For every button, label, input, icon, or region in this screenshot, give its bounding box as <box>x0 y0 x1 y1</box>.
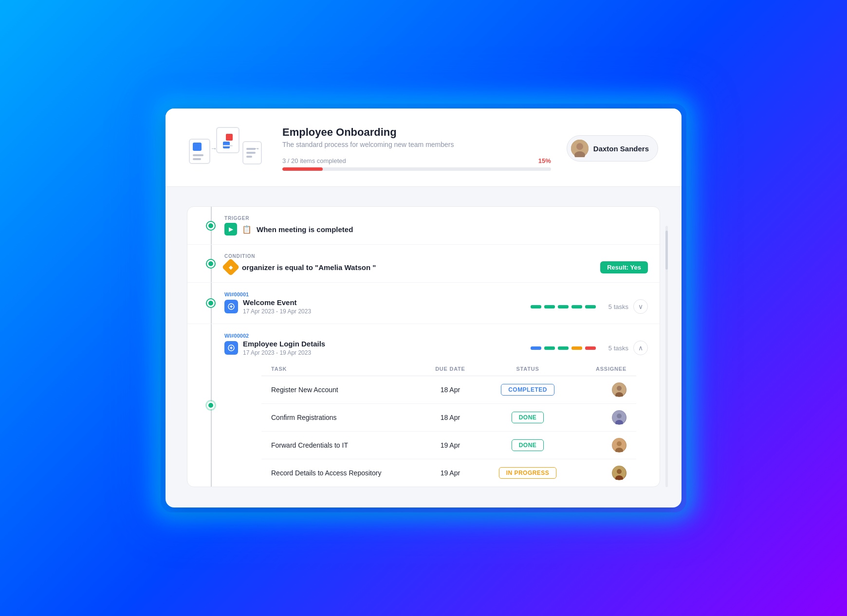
chevron-up-icon: ∧ <box>638 344 643 352</box>
status-badge-inprogress: IN PROGRESS <box>499 467 557 479</box>
doc-center <box>216 127 239 153</box>
task-assignee-4 <box>575 459 636 487</box>
chevron-down-icon: ∨ <box>638 303 643 310</box>
svg-point-12 <box>617 441 622 446</box>
assignee-avatar-4 <box>612 466 626 480</box>
assignee-avatar-1 <box>612 382 626 397</box>
wi2-right: 5 tasks ∧ <box>531 341 648 355</box>
timeline: TRIGGER ▶ 📋 When meeting is completed CO… <box>187 207 660 487</box>
bar-2 <box>544 305 555 308</box>
wi1-number: WI#00001 <box>224 291 648 297</box>
wi1-item: WI#00001 Welcome Event 17 Apr 2023 - 19 … <box>187 283 660 324</box>
task-assignee-2 <box>575 404 636 432</box>
trigger-row: ▶ 📋 When meeting is completed <box>224 223 648 236</box>
assignee-avatar-2 <box>612 410 626 425</box>
task-name-2: Confirm Registrations <box>261 404 420 432</box>
task-due-1: 18 Apr <box>420 376 480 404</box>
wi1-icon <box>224 300 238 313</box>
wi2-row: Employee Login Details 17 Apr 2023 - 19 … <box>224 340 648 356</box>
workflow-illustration: → → <box>189 124 267 173</box>
task-due-4: 19 Apr <box>420 459 480 487</box>
svg-point-1 <box>576 143 583 150</box>
progress-label: 3 / 20 items completed <box>282 157 346 164</box>
wi2-tasks-count: 5 tasks <box>608 344 628 352</box>
task-name-1: Register New Account <box>261 376 420 404</box>
avatar <box>571 140 589 157</box>
progress-percentage: 15% <box>538 157 551 164</box>
progress-bar <box>282 167 551 171</box>
bar-5 <box>585 305 596 308</box>
trigger-name: When meeting is completed <box>257 225 353 234</box>
condition-icon: ◆ <box>222 258 240 276</box>
scrollbar[interactable] <box>665 226 668 487</box>
workflow-section: TRIGGER ▶ 📋 When meeting is completed CO… <box>166 187 681 497</box>
svg-point-9 <box>617 414 622 418</box>
tasks-table-container: TASK DUE DATE STATUS ASSIGNEE Register N… <box>224 362 648 487</box>
col-status: STATUS <box>480 362 575 376</box>
wi2-collapse-button[interactable]: ∧ <box>633 341 648 355</box>
bar-b2 <box>544 346 555 350</box>
svg-point-15 <box>617 469 622 474</box>
wi2-icon <box>224 341 238 355</box>
page-title: Employee Onboarding <box>282 126 551 139</box>
condition-label: CONDITION <box>224 254 648 259</box>
wi1-tasks-count: 5 tasks <box>608 303 628 310</box>
wi2-dot <box>207 401 215 409</box>
trigger-icon: ▶ <box>224 223 237 236</box>
table-row: Confirm Registrations 18 Apr DONE <box>261 404 636 432</box>
status-badge-completed: COMPLETED <box>501 384 554 396</box>
user-badge[interactable]: Daxton Sanders <box>567 135 658 162</box>
task-due-2: 18 Apr <box>420 404 480 432</box>
doc-left <box>189 139 210 164</box>
wi2-name: Employee Login Details <box>243 340 325 348</box>
table-row: Record Details to Access Repository 19 A… <box>261 459 636 487</box>
task-name-4: Record Details to Access Repository <box>261 459 420 487</box>
bar-b5 <box>585 346 596 350</box>
bar-4 <box>571 305 582 308</box>
table-row: Forward Credentials to IT 19 Apr DONE <box>261 432 636 459</box>
wi1-bars <box>531 305 596 308</box>
wi2-date: 17 Apr 2023 - 19 Apr 2023 <box>243 349 325 356</box>
wi2-item: WI#00002 Employee Login Details 17 Apr 2… <box>187 324 660 487</box>
trigger-label: TRIGGER <box>224 216 648 221</box>
bar-b3 <box>558 346 569 350</box>
wi2-bars <box>531 346 596 350</box>
task-due-3: 19 Apr <box>420 432 480 459</box>
diamond-icon: ◆ <box>229 264 233 271</box>
task-assignee-1 <box>575 376 636 404</box>
col-task: TASK <box>261 362 420 376</box>
status-badge-done-2: DONE <box>512 439 544 451</box>
status-badge-done-1: DONE <box>512 412 544 423</box>
bar-1 <box>531 305 541 308</box>
scrollbar-thumb[interactable] <box>665 231 668 270</box>
wi1-name: Welcome Event <box>243 298 311 307</box>
header-section: → → Employee Onboarding The standard pro… <box>166 109 681 187</box>
task-status-4: IN PROGRESS <box>480 459 575 487</box>
wi1-date: 17 Apr 2023 - 19 Apr 2023 <box>243 308 311 315</box>
col-assignee: ASSIGNEE <box>575 362 636 376</box>
task-assignee-3 <box>575 432 636 459</box>
wi1-dot <box>207 299 215 307</box>
wi2-number: WI#00002 <box>224 333 648 339</box>
condition-row: ◆ organizer is equal to "Amelia Watson "… <box>224 261 648 273</box>
meeting-emoji-icon: 📋 <box>242 225 252 234</box>
tasks-table: TASK DUE DATE STATUS ASSIGNEE Register N… <box>261 362 636 487</box>
progress-bar-fill <box>282 167 323 171</box>
main-card: → → Employee Onboarding The standard pro… <box>166 109 681 507</box>
result-badge: Result: Yes <box>600 261 648 273</box>
assignee-avatar-3 <box>612 438 626 453</box>
trigger-dot <box>207 222 215 230</box>
bar-3 <box>558 305 569 308</box>
task-name-3: Forward Credentials to IT <box>261 432 420 459</box>
wi1-expand-button[interactable]: ∨ <box>633 299 648 314</box>
wi1-right: 5 tasks ∨ <box>531 299 648 314</box>
task-status-2: DONE <box>480 404 575 432</box>
page-subtitle: The standard process for welcoming new t… <box>282 141 551 148</box>
condition-name: organizer is equal to "Amelia Watson " <box>242 263 376 272</box>
arrow-right-icon: → <box>253 145 260 152</box>
col-due-date: DUE DATE <box>420 362 480 376</box>
condition-dot <box>207 260 215 268</box>
task-status-3: DONE <box>480 432 575 459</box>
table-row: Register New Account 18 Apr COMPLETED <box>261 376 636 404</box>
bar-b1 <box>531 346 541 350</box>
